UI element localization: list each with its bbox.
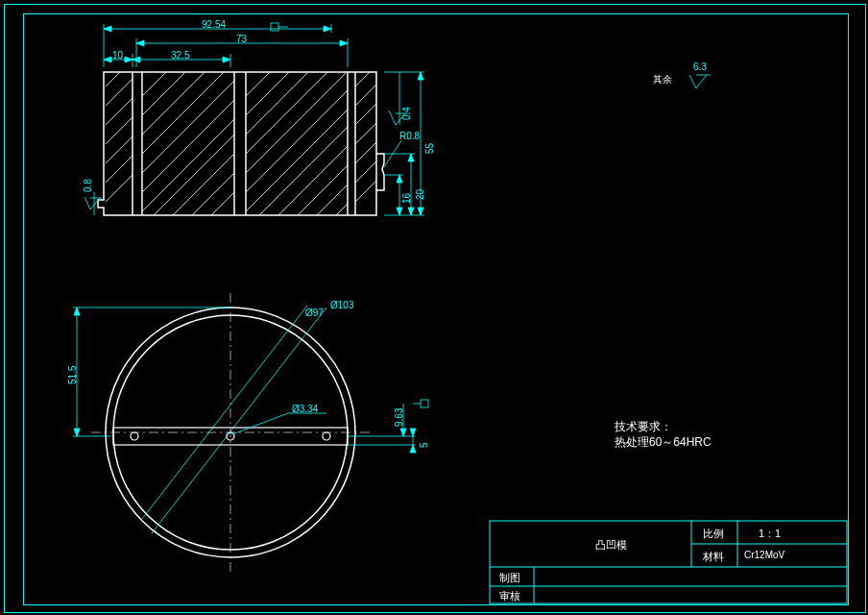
svg-marker-74: [397, 175, 402, 183]
svg-marker-96: [74, 429, 80, 436]
rest-label: 其余: [653, 73, 672, 86]
svg-marker-55: [340, 40, 348, 46]
svg-line-27: [246, 73, 346, 173]
svg-line-86: [152, 308, 326, 533]
dim-r08: R0.8: [399, 131, 420, 141]
svg-line-41: [355, 104, 376, 125]
svg-line-34: [298, 165, 348, 215]
svg-line-33: [278, 146, 348, 215]
drawn-label: 制图: [499, 571, 520, 585]
svg-line-18: [142, 72, 205, 135]
svg-line-23: [192, 173, 234, 215]
svg-line-14: [142, 119, 234, 211]
svg-marker-103: [410, 445, 416, 453]
svg-line-87: [142, 306, 307, 519]
tech-req-1: 热处理60～64HRC: [615, 434, 711, 451]
svg-marker-102: [410, 429, 416, 436]
dim-55: 55: [424, 143, 435, 154]
svg-line-106: [232, 413, 288, 434]
svg-line-43: [355, 72, 370, 86]
svg-line-35: [317, 184, 348, 215]
part-name: 凸凹模: [595, 538, 627, 553]
svg-line-31: [246, 72, 270, 96]
svg-line-29: [246, 72, 308, 135]
dim-963: 9.63: [394, 408, 404, 427]
svg-marker-101: [400, 429, 406, 436]
svg-line-38: [355, 161, 376, 183]
svg-marker-71: [408, 208, 414, 215]
dim-5: 5: [419, 442, 429, 448]
svg-marker-47: [104, 26, 111, 32]
svg-rect-108: [490, 521, 847, 603]
surf-08: 0.8: [83, 179, 93, 192]
surf-04: 0.4: [401, 107, 412, 120]
svg-marker-54: [136, 40, 144, 46]
svg-rect-104: [421, 400, 428, 407]
svg-marker-67: [418, 208, 423, 215]
svg-line-25: [246, 110, 348, 211]
svg-marker-75: [397, 208, 402, 215]
svg-line-21: [154, 135, 234, 215]
svg-line-39: [355, 142, 376, 163]
svg-line-22: [173, 154, 234, 215]
dia-103: Ø103: [330, 300, 353, 310]
svg-line-26: [246, 90, 348, 192]
drawing-svg: [0, 0, 868, 615]
dim-10: 10: [112, 50, 123, 61]
svg-line-30: [246, 72, 289, 115]
svg-line-20: [142, 72, 166, 96]
mat-val: Cr12MoV: [744, 550, 784, 560]
dim-20: 20: [415, 189, 425, 200]
dim-515: 51.5: [67, 366, 78, 384]
dim-16: 16: [401, 193, 412, 204]
svg-line-32: [259, 127, 348, 215]
svg-line-24: [211, 192, 234, 215]
svg-line-19: [142, 72, 185, 115]
svg-marker-62: [223, 57, 230, 62]
dim-73: 73: [236, 34, 247, 44]
svg-marker-95: [74, 308, 80, 315]
dia-334: Ø3.34: [292, 404, 318, 414]
svg-marker-59: [104, 57, 111, 62]
svg-line-37: [355, 181, 376, 202]
scale-label: 比例: [703, 527, 724, 541]
svg-line-40: [355, 123, 376, 144]
svg-point-91: [323, 432, 330, 440]
check-label: 审核: [499, 589, 520, 603]
svg-point-89: [131, 432, 138, 440]
mat-label: 材料: [703, 550, 724, 564]
svg-rect-49: [271, 23, 278, 31]
scale-val: 1：1: [759, 527, 781, 541]
svg-line-36: [336, 204, 348, 215]
surf-rest: 6.3: [693, 62, 707, 72]
svg-marker-66: [418, 72, 423, 80]
svg-marker-70: [408, 154, 414, 161]
svg-marker-48: [324, 26, 331, 32]
dim-92-54: 92.54: [202, 19, 226, 30]
svg-line-16: [142, 81, 234, 173]
svg-line-15: [142, 100, 234, 192]
svg-line-42: [355, 85, 376, 106]
tech-req-title: 技术要求：: [615, 419, 672, 435]
dia-97: Ø97: [305, 308, 324, 318]
svg-marker-60: [125, 57, 133, 62]
dim-325: 32.5: [171, 50, 189, 61]
svg-line-13: [106, 72, 120, 86]
